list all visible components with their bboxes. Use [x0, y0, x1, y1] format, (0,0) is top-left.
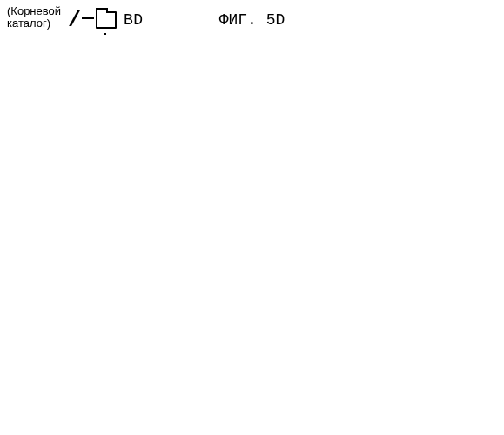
file-index: index [87, 33, 504, 35]
figure-caption: ФИГ. 5D [0, 12, 504, 28]
